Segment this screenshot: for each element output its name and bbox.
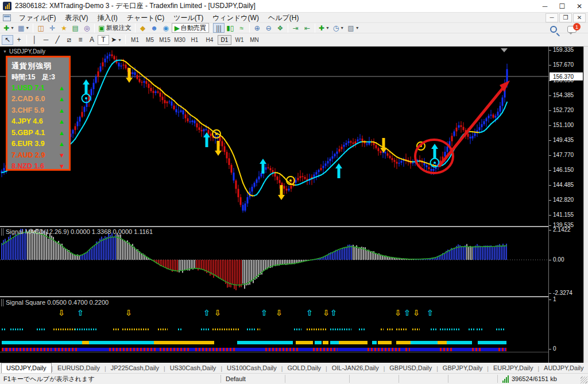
menu-item-tools[interactable]: ツール(T) <box>169 13 208 23</box>
status-bar: F1キーでヘルプが表示されます Default 396524/6151 kb <box>0 374 588 384</box>
mdi-close-icon[interactable]: ✕ <box>573 13 586 22</box>
chart-window-icon[interactable] <box>3 14 11 21</box>
text-button[interactable]: A <box>86 35 98 45</box>
channel-button[interactable]: ⧄ <box>63 35 75 45</box>
timeframe-h4[interactable]: H4 <box>203 35 216 45</box>
bar-chart-button[interactable]: ||| <box>213 23 225 33</box>
candle-chart-button[interactable]: ▮▯ <box>225 23 236 33</box>
terminal-button[interactable]: ▤ <box>69 23 81 33</box>
timeframe-toolbar: M1M5M15M30H1H4D1W1MN <box>127 35 262 45</box>
new-chart-button[interactable]: ✚▼ <box>2 23 16 33</box>
chart-tab-gbpjpy-daily[interactable]: GBPJPY,Daily <box>438 363 488 373</box>
square-up-arrow-icon: ⇧ <box>77 308 84 317</box>
cursor-icon: ↖ <box>5 36 10 43</box>
square-down-arrow-icon: ⇩ <box>413 308 420 317</box>
panel-grip[interactable] <box>1 228 3 236</box>
one-click-icon[interactable]: ▼ <box>3 49 7 53</box>
menu-item-window[interactable]: ウィンドウ(W) <box>208 13 264 23</box>
chart-tab-jp225cash-daily[interactable]: JP225Cash,Daily <box>106 363 164 373</box>
zoom-out-button[interactable]: ⊖ <box>263 23 274 33</box>
chart-tab-gold-daily[interactable]: GOLD,Daily <box>283 363 326 373</box>
community-button[interactable]: ☻ <box>149 23 160 33</box>
timeframe-d1[interactable]: D1 <box>218 35 231 45</box>
timeframe-m1[interactable]: M1 <box>128 35 142 45</box>
vertical-line-button[interactable]: │ <box>29 35 40 45</box>
axis-tick <box>549 230 551 231</box>
market-watch-icon: ◫ <box>38 25 44 32</box>
line-chart-button[interactable]: ≈ <box>236 23 247 33</box>
status-template[interactable]: Default <box>220 375 285 383</box>
indicators-button[interactable]: ✚▼ <box>317 23 331 33</box>
chart-shift-button[interactable]: ⇤ <box>301 23 313 33</box>
periods-button[interactable]: ◷▼ <box>331 23 346 33</box>
chart-tab-oil-jan26-daily[interactable]: OIL-JAN26,Daily <box>327 363 384 373</box>
axis-divider <box>0 352 583 352</box>
close-icon[interactable]: ✕ <box>571 0 588 12</box>
dropdown-caret-icon: ▼ <box>25 26 29 30</box>
navigator-button[interactable]: ★ <box>58 23 69 33</box>
auto-trading-button[interactable]: ▶自動売買 <box>172 23 209 33</box>
timeframe-m15[interactable]: M15 <box>158 35 172 45</box>
new-order-icon: ▣ <box>98 25 105 32</box>
crosshair-button[interactable]: + <box>13 35 25 45</box>
fibonacci-button[interactable]: ≡ <box>75 35 86 45</box>
strength-value: 4.JPY 4.6 <box>11 117 43 125</box>
search-icon[interactable] <box>550 26 557 33</box>
menu-item-view[interactable]: 表示(V) <box>60 13 92 23</box>
mdi-restore-icon[interactable]: ❐ <box>559 13 572 22</box>
menu-item-file[interactable]: ファイル(F) <box>14 13 60 23</box>
profiles-button[interactable]: ▦▼ <box>16 23 31 33</box>
panel-grip[interactable] <box>1 299 3 306</box>
templates-icon: ▧ <box>347 25 354 32</box>
shapes-button[interactable]: ➤▼ <box>109 35 123 45</box>
up-triangle-icon: ▲ <box>59 140 65 147</box>
auto-trading-icon: ▶ <box>175 25 180 32</box>
chart-tab-eurusd-daily[interactable]: EURUSD,Daily <box>53 363 105 373</box>
zoom-in-button[interactable]: ⊕ <box>252 23 263 33</box>
templates-button[interactable]: ▧▼ <box>346 23 361 33</box>
channel-icon: ⧄ <box>67 36 71 43</box>
tile-windows-button[interactable]: ❖ <box>274 23 286 33</box>
timeframe-mn[interactable]: MN <box>247 35 261 45</box>
cursor-button[interactable]: ↖ <box>2 35 13 45</box>
horizontal-line-button[interactable]: ─ <box>40 35 52 45</box>
chat-icon[interactable]: 1 <box>567 26 577 33</box>
strategy-tester-button[interactable]: ◎ <box>81 23 92 33</box>
minimize-icon[interactable]: ─ <box>536 0 554 12</box>
panel-splitter[interactable] <box>0 296 583 297</box>
chart-shift-icon: ⇤ <box>304 25 310 32</box>
resize-grip[interactable] <box>581 377 587 383</box>
timeframe-m5[interactable]: M5 <box>143 35 157 45</box>
timeframe-m30[interactable]: M30 <box>173 35 187 45</box>
trendline-button[interactable]: ╱ <box>52 35 63 45</box>
mql5-button[interactable]: ◉ <box>160 23 172 33</box>
standard-toolbar: ✚▼▦▼◫✛★▤◎▣新規注文◆☻◉▶自動売買|||▮▯≈⊕⊖❖⇥⇤✚▼◷▼▧▼ <box>0 23 588 33</box>
label-button[interactable]: T <box>98 35 109 45</box>
auto-scroll-button[interactable]: ⇥ <box>290 23 301 33</box>
chart-tab-usdjpy-daily[interactable]: USDJPY,Daily <box>1 363 52 373</box>
menu-item-help[interactable]: ヘルプ(H) <box>264 13 304 23</box>
mdi-minimize-icon[interactable]: ─ <box>546 13 558 22</box>
panel-splitter[interactable] <box>0 226 583 227</box>
symbol-label[interactable]: ▼ USDJPY,Daily <box>3 48 45 55</box>
down-triangle-icon: ▼ <box>59 163 65 170</box>
chart-canvas[interactable]: ⇩⇧⇩⇧⇩⇧⇩⇧⇩⇧⇩⇧⇩⇧ <box>0 47 549 363</box>
down-triangle-icon: ▼ <box>59 152 65 159</box>
market-watch-button[interactable]: ◫ <box>35 23 47 33</box>
data-window-button[interactable]: ✛ <box>47 23 58 33</box>
maximize-icon[interactable]: ☐ <box>554 0 571 12</box>
chart-tab-gbpusd-daily[interactable]: GBPUSD,Daily <box>385 363 436 373</box>
community-icon: ☻ <box>150 25 158 32</box>
menu-item-charts[interactable]: チャート(C) <box>122 13 169 23</box>
strength-row-cad: 2.CAD 6.0▲ <box>11 94 65 105</box>
new-order-button[interactable]: ▣新規注文 <box>96 23 133 33</box>
chart-tab-eurjpy-daily[interactable]: EURJPY,Daily <box>489 363 538 373</box>
chart-tab-audjpy-daily[interactable]: AUDJPY,Daily <box>539 363 588 373</box>
timeframe-w1[interactable]: W1 <box>233 35 246 45</box>
chart-tab-us30cash-daily[interactable]: US30Cash,Daily <box>165 363 221 373</box>
timeframe-h1[interactable]: H1 <box>188 35 202 45</box>
dropdown-caret-icon: ▼ <box>10 26 14 30</box>
chart-tab-us100cash-daily[interactable]: US100Cash,Daily <box>222 363 281 373</box>
metaeditor-button[interactable]: ◆ <box>137 23 149 33</box>
menu-item-insert[interactable]: 挿入(I) <box>92 13 122 23</box>
